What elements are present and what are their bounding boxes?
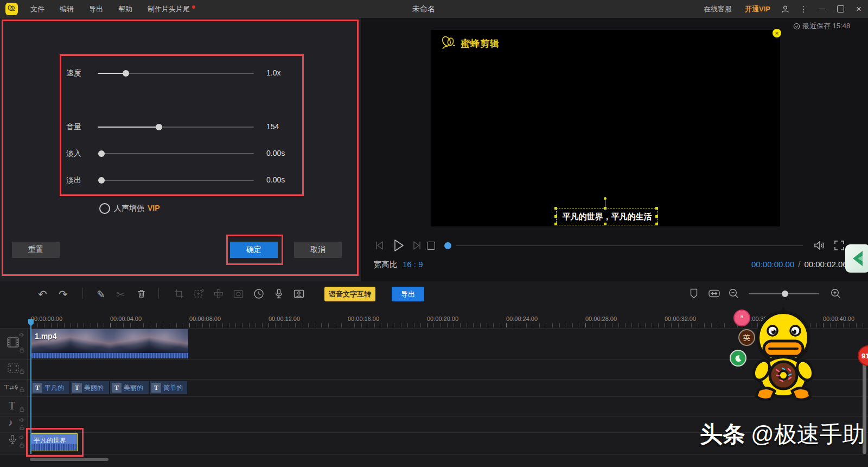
horizontal-scrollbar[interactable] (30, 458, 108, 461)
video-thumbnail (71, 329, 110, 353)
volume-icon[interactable] (813, 239, 826, 251)
speed-value: 1.0x (266, 68, 280, 77)
volume-label: 音量 (66, 122, 81, 132)
maximize-button[interactable] (831, 0, 850, 18)
timecode-current: 00:00:00.00 (751, 260, 794, 269)
text-clip[interactable]: T 平凡的 (31, 381, 69, 394)
fade-in-slider-thumb[interactable] (98, 150, 105, 157)
crop-icon[interactable] (174, 288, 184, 299)
text-clip[interactable]: T 美丽的 (110, 381, 149, 394)
voice-track-lock-icon[interactable] (19, 442, 25, 448)
voice-enhance-radio[interactable] (99, 203, 110, 214)
ok-button[interactable]: 确定 (230, 242, 278, 258)
watermark-close-icon[interactable]: × (773, 29, 781, 37)
mosaic-icon[interactable] (213, 288, 224, 299)
playhead-line[interactable] (30, 325, 31, 454)
duration-clock-icon[interactable] (253, 288, 265, 300)
publisher-watermark: 头条 @极速手助 (700, 419, 865, 450)
music-track-icon[interactable]: ♪ (8, 417, 13, 428)
fade-out-slider[interactable] (98, 180, 254, 181)
stop-button[interactable] (427, 242, 435, 250)
video-thumbnail (149, 329, 189, 353)
desktop-shortcut-icon[interactable] (845, 244, 868, 273)
transform-icon[interactable] (193, 288, 205, 299)
voice-track-icon[interactable] (8, 434, 17, 445)
voice-clip-label: 平凡的世界 (34, 436, 66, 445)
voice-track-mute-icon[interactable] (19, 434, 25, 440)
music-track-mute-icon[interactable] (19, 417, 25, 423)
text-clip[interactable]: T 美丽的 (71, 381, 109, 394)
fade-in-slider[interactable] (98, 153, 254, 154)
more-options-icon[interactable]: ⋮ (794, 0, 813, 18)
speed-slider-thumb[interactable] (123, 70, 129, 77)
record-mic-icon[interactable] (273, 288, 284, 300)
split-scissors-icon[interactable]: ✂ (116, 288, 125, 301)
video-track-lock-icon[interactable] (19, 347, 25, 353)
watermark-bold: 头条 (700, 419, 745, 450)
fullscreen-icon[interactable] (833, 239, 845, 251)
edit-pencil-icon[interactable]: ✎ (97, 288, 105, 301)
timeline-zoom-thumb[interactable] (782, 291, 788, 297)
seek-playhead[interactable] (444, 242, 451, 249)
menu-help[interactable]: 帮助 (111, 4, 140, 14)
voice-clip-selected[interactable]: 平凡的世界 (31, 433, 78, 451)
app-window: 文件 编辑 导出 帮助 制作片头片尾 未命名 在线客服 开通VIP ⋮ × 速度… (0, 0, 868, 467)
rotate-handle[interactable] (604, 197, 607, 200)
next-frame-button[interactable] (410, 239, 423, 251)
zoom-out-icon[interactable] (728, 288, 739, 299)
presenter-icon[interactable] (293, 288, 305, 300)
duck-mascot[interactable] (742, 303, 825, 402)
reset-button[interactable]: 重置 (12, 242, 60, 258)
volume-slider-thumb[interactable] (156, 124, 162, 130)
text-to-speech-track-lock-icon[interactable] (19, 387, 25, 393)
close-button[interactable]: × (850, 0, 868, 18)
ime-moon-icon[interactable] (730, 350, 746, 367)
notification-dot (192, 5, 195, 9)
marker-icon[interactable] (689, 288, 699, 299)
text-clip-t-icon: T (112, 383, 122, 393)
minimize-button[interactable] (813, 0, 831, 18)
account-icon[interactable] (776, 0, 794, 18)
undo-icon[interactable]: ↶ (38, 288, 47, 301)
music-track-lock-icon[interactable] (19, 425, 25, 431)
seek-bar[interactable] (456, 245, 803, 246)
pip-track-lock-icon[interactable] (19, 368, 25, 374)
zoom-in-icon[interactable] (830, 288, 841, 299)
ime-face-icon[interactable]: ’’ (733, 310, 750, 326)
video-track-icon[interactable] (7, 337, 20, 348)
video-clip[interactable]: 1.mp4 (31, 329, 188, 358)
cancel-button[interactable]: 取消 (294, 242, 342, 258)
online-support-link[interactable]: 在线客服 (696, 4, 739, 14)
speech-text-convert-button[interactable]: 语音文字互转 (324, 287, 375, 301)
text-clip[interactable]: T 简单的 (150, 381, 187, 394)
menu-edit[interactable]: 编辑 (52, 4, 81, 14)
pip-track-icon[interactable] (7, 363, 20, 374)
text-track-icon[interactable]: T (9, 400, 15, 412)
redo-icon[interactable]: ↷ (59, 288, 68, 301)
aspect-ratio-value[interactable]: 16 : 9 (403, 260, 423, 269)
vip-upgrade-link[interactable]: 开通VIP (739, 4, 776, 14)
ime-english-icon[interactable]: 英 (738, 329, 755, 346)
subtitle-textbox[interactable]: 平凡的世界，平凡的生活 (556, 209, 658, 225)
app-logo-icon[interactable] (5, 3, 18, 15)
fade-in-label: 淡入 (66, 149, 81, 159)
delete-trash-icon[interactable] (136, 288, 147, 300)
subtitle-text: 平凡的世界，平凡的生活 (563, 212, 652, 222)
timecode-total: 00:00:02.06 (804, 260, 847, 269)
play-button[interactable] (390, 238, 406, 253)
fade-out-slider-thumb[interactable] (98, 177, 105, 184)
export-button[interactable]: 导出 (392, 287, 424, 301)
fade-in-value: 0.00s (266, 149, 285, 157)
video-track-mute-icon[interactable] (19, 332, 25, 338)
menu-export[interactable]: 导出 (81, 4, 111, 14)
menu-intro-outro[interactable]: 制作片头片尾 (140, 4, 197, 14)
text-to-speech-track-icon[interactable]: T ⇄ (4, 383, 18, 392)
watermark-handle: @极速手助 (751, 419, 865, 450)
menu-file[interactable]: 文件 (23, 4, 52, 14)
snapshot-icon[interactable] (233, 288, 244, 299)
previous-frame-button[interactable] (373, 239, 386, 251)
fade-out-value: 0.00s (266, 175, 285, 184)
text-track-lock-icon[interactable] (19, 406, 25, 412)
titlebar: 文件 编辑 导出 帮助 制作片头片尾 未命名 在线客服 开通VIP ⋮ × (0, 0, 868, 18)
fit-timeline-icon[interactable] (708, 288, 720, 299)
